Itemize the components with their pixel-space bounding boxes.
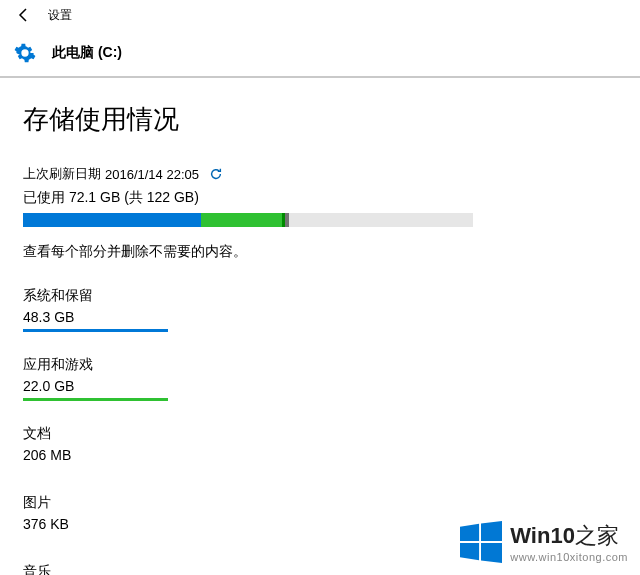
svg-marker-0 (460, 524, 479, 541)
category-size: 206 MB (23, 447, 203, 463)
arrow-left-icon (16, 7, 32, 23)
category-music[interactable]: 音乐 56.0 KB (23, 563, 203, 575)
category-documents[interactable]: 文档 206 MB (23, 425, 203, 470)
usage-text: 已使用 72.1 GB (共 122 GB) (23, 189, 617, 207)
description: 查看每个部分并删除不需要的内容。 (23, 243, 617, 261)
watermark: Win10之家 www.win10xitong.com (460, 521, 628, 563)
category-system[interactable]: 系统和保留 48.3 GB (23, 287, 203, 332)
refresh-prefix: 上次刷新日期 (23, 165, 101, 183)
usage-seg-other (285, 213, 289, 227)
windows-logo-icon (460, 521, 502, 563)
usage-seg-system (23, 213, 201, 227)
category-name: 系统和保留 (23, 287, 203, 305)
usage-seg-apps (201, 213, 282, 227)
category-name: 应用和游戏 (23, 356, 203, 374)
category-name: 文档 (23, 425, 203, 443)
svg-marker-3 (481, 543, 502, 563)
category-name: 图片 (23, 494, 203, 512)
svg-marker-1 (481, 521, 502, 541)
watermark-title: Win10之家 (510, 521, 628, 551)
header: 此电脑 (C:) (0, 30, 640, 78)
back-button[interactable] (10, 1, 38, 29)
topbar-label: 设置 (48, 7, 72, 24)
svg-marker-2 (460, 543, 479, 560)
category-name: 音乐 (23, 563, 203, 575)
refresh-button[interactable] (209, 167, 223, 181)
usage-progress (23, 213, 473, 227)
category-bar (23, 536, 168, 539)
page-header-title: 此电脑 (C:) (52, 44, 122, 62)
refresh-icon (209, 167, 223, 181)
category-size: 48.3 GB (23, 309, 203, 325)
category-size: 22.0 GB (23, 378, 203, 394)
refresh-datetime: 2016/1/14 22:05 (105, 167, 199, 182)
category-size: 376 KB (23, 516, 203, 532)
page-title: 存储使用情况 (23, 102, 617, 137)
category-bar (23, 467, 168, 470)
watermark-url: www.win10xitong.com (510, 551, 628, 563)
category-bar (23, 329, 168, 332)
category-pictures[interactable]: 图片 376 KB (23, 494, 203, 539)
category-bar (23, 398, 168, 401)
category-apps[interactable]: 应用和游戏 22.0 GB (23, 356, 203, 401)
gear-icon (14, 42, 36, 64)
